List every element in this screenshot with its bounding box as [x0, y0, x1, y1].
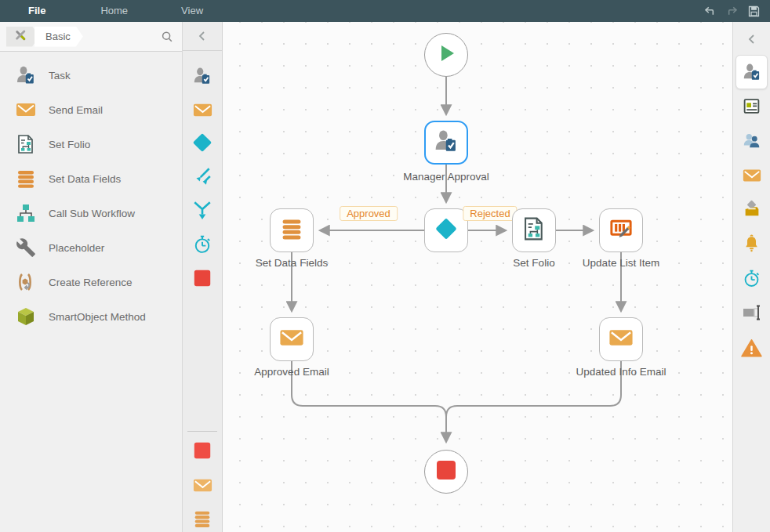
task-icon [14, 63, 38, 87]
mail-icon [14, 98, 38, 121]
mail-icon[interactable] [741, 165, 763, 186]
workflow-canvas[interactable]: Manager Approval Approved Rejected Set D… [223, 22, 733, 532]
toolbox-item-task[interactable]: Task [0, 58, 182, 92]
cube-icon [14, 305, 38, 328]
redo-icon[interactable] [725, 4, 739, 18]
collapse-left-panel-icon[interactable] [183, 22, 222, 51]
ribbon-tab-bar: File Home View [0, 0, 770, 22]
node-label: Manager Approval [403, 171, 489, 183]
reference-icon [14, 270, 38, 294]
node-update-list-item[interactable] [599, 208, 643, 252]
node-end[interactable] [424, 450, 468, 494]
bell-icon[interactable] [741, 233, 763, 255]
toolbox-item-label: Send Email [49, 104, 103, 116]
decision-icon [433, 215, 459, 245]
task-icon[interactable] [741, 61, 763, 83]
undo-icon[interactable] [703, 4, 717, 18]
recipients-icon[interactable] [741, 129, 763, 151]
search-icon[interactable] [160, 30, 174, 44]
text-field-icon[interactable] [741, 302, 763, 324]
node-manager-approval[interactable] [424, 121, 468, 165]
toolbox-item-create-reference[interactable]: Create Reference [0, 265, 182, 299]
toolbox-item-label: Set Folio [49, 139, 90, 150]
node-label: Set Data Fields [256, 257, 328, 269]
mail-icon [278, 324, 305, 354]
node-label: Updated Info Email [576, 366, 666, 378]
mail-icon [608, 324, 634, 354]
tools-breadcrumb-root[interactable] [6, 27, 39, 47]
node-decision[interactable] [424, 208, 468, 252]
merge-arrows-icon[interactable] [191, 165, 213, 187]
workflow-connectors [223, 22, 733, 532]
toolbox-item-list: Task Send Email Set Folio [0, 52, 182, 334]
quick-actions [703, 4, 770, 18]
converge-arrow-icon[interactable] [191, 199, 213, 221]
breadcrumb[interactable]: Basic [35, 27, 83, 47]
edge-label-approved[interactable]: Approved [340, 206, 398, 221]
node-set-data-fields[interactable] [270, 208, 314, 252]
workflow-designer-window: File Home View [0, 0, 770, 532]
toolbox-item-send-email[interactable]: Send Email [0, 92, 182, 127]
end-square-icon[interactable] [191, 440, 213, 461]
mail-icon[interactable] [191, 474, 213, 496]
toolbox-item-label: SmartObject Method [49, 311, 146, 323]
data-fields-icon [279, 216, 304, 244]
timer-icon[interactable] [191, 233, 213, 255]
wrench-icon [14, 236, 38, 259]
ballot-icon[interactable] [741, 197, 763, 219]
node-start[interactable] [424, 33, 468, 77]
toolbox-item-label: Task [49, 70, 71, 81]
node-set-folio[interactable] [512, 208, 556, 252]
data-fields-icon [14, 167, 38, 190]
warning-icon[interactable] [741, 337, 763, 359]
tools-icon [13, 27, 28, 46]
node-palette-strip [183, 22, 223, 532]
tab-view[interactable]: View [154, 0, 230, 22]
toolbox-item-placeholder[interactable]: Placeholder [0, 230, 182, 265]
toolbox-item-label: Call Sub Workflow [49, 208, 135, 219]
collapse-right-panel-icon[interactable] [741, 28, 763, 50]
end-square-icon[interactable] [191, 267, 213, 289]
folio-icon [521, 215, 547, 245]
node-updated-info-email[interactable] [599, 317, 643, 361]
end-square-icon [434, 458, 458, 485]
node-label: Update List Item [583, 257, 659, 269]
toolbox-item-set-data-fields[interactable]: Set Data Fields [0, 161, 182, 196]
node-label: Set Folio [513, 257, 554, 269]
save-icon[interactable] [746, 4, 761, 18]
tab-home[interactable]: Home [74, 0, 154, 22]
node-label: Approved Email [254, 366, 329, 378]
node-approved-email[interactable] [270, 317, 314, 361]
task-icon [433, 128, 459, 157]
toolbox-header: Basic [0, 22, 182, 52]
play-icon [434, 42, 458, 68]
toolbox-item-smartobject-method[interactable]: SmartObject Method [0, 299, 182, 334]
folio-icon [14, 132, 38, 156]
strip-divider [187, 431, 217, 432]
mail-icon[interactable] [191, 99, 213, 121]
toolbox-item-call-sub-workflow[interactable]: Call Sub Workflow [0, 196, 182, 230]
toolbox-item-label: Placeholder [49, 242, 104, 254]
form-icon[interactable] [741, 95, 763, 117]
toolbox-item-set-folio[interactable]: Set Folio [0, 127, 182, 161]
toolbox-panel: Basic Task Send Email [0, 22, 183, 532]
tab-file[interactable]: File [0, 0, 74, 22]
task-icon[interactable] [191, 65, 213, 87]
update-list-icon [608, 215, 634, 245]
decision-icon[interactable] [191, 132, 213, 154]
sub-workflow-icon [14, 201, 38, 225]
wizard-steps-strip [733, 22, 770, 532]
timer-icon[interactable] [741, 267, 763, 289]
toolbox-item-label: Create Reference [49, 277, 133, 288]
data-fields-icon[interactable] [191, 508, 213, 530]
edge-label-rejected[interactable]: Rejected [463, 206, 517, 221]
toolbox-item-label: Set Data Fields [49, 173, 121, 185]
